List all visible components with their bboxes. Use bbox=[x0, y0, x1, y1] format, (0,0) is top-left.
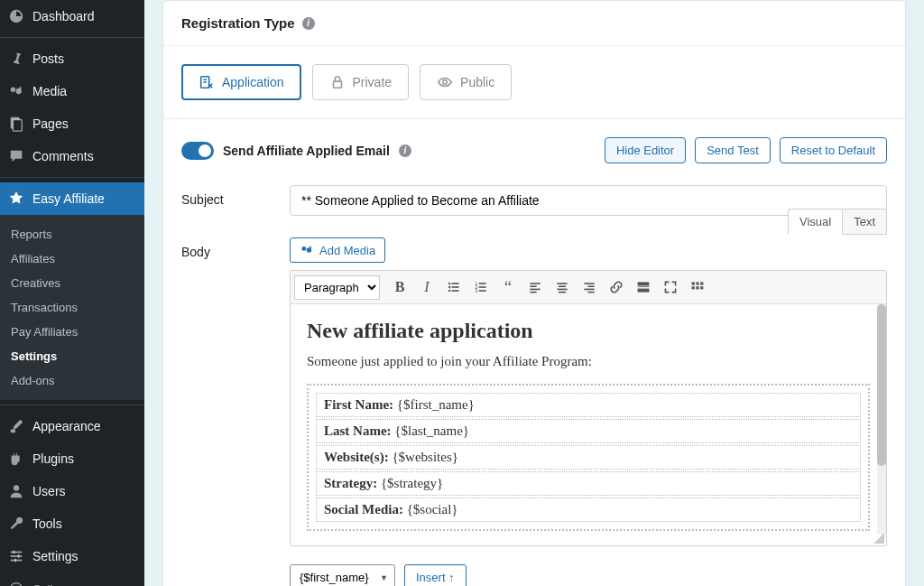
menu-comments[interactable]: Comments bbox=[0, 140, 144, 172]
subject-label: Subject bbox=[181, 185, 272, 207]
svg-rect-39 bbox=[587, 285, 594, 287]
menu-label: Tools bbox=[32, 516, 62, 531]
admin-sidebar: Dashboard Posts Media Pages Comments Eas… bbox=[0, 0, 144, 586]
svg-point-18 bbox=[448, 283, 450, 284]
hide-editor-button[interactable]: Hide Editor bbox=[605, 137, 686, 163]
menu-dashboard[interactable]: Dashboard bbox=[0, 0, 144, 33]
application-icon bbox=[199, 74, 215, 90]
bold-button[interactable]: B bbox=[387, 274, 412, 300]
svg-rect-32 bbox=[530, 289, 540, 291]
tab-visual[interactable]: Visual bbox=[788, 209, 842, 235]
menu-appearance[interactable]: Appearance bbox=[0, 410, 144, 442]
svg-rect-40 bbox=[584, 289, 594, 291]
menu-users[interactable]: Users bbox=[0, 475, 144, 507]
reset-default-button[interactable]: Reset to Default bbox=[780, 137, 887, 163]
pin-icon bbox=[7, 50, 25, 68]
reg-type-application[interactable]: Application bbox=[181, 64, 301, 100]
send-test-button[interactable]: Send Test bbox=[695, 137, 771, 163]
page-title: Registration Type bbox=[181, 15, 295, 31]
svg-point-1 bbox=[16, 88, 22, 94]
reg-type-public[interactable]: Public bbox=[420, 64, 512, 100]
send-email-toggle[interactable] bbox=[181, 142, 214, 160]
number-list-button[interactable]: 123 bbox=[468, 274, 494, 300]
align-center-button[interactable] bbox=[550, 274, 575, 300]
applicant-table: First Name: {$first_name} Last Name: {$l… bbox=[307, 384, 870, 531]
add-media-button[interactable]: Add Media bbox=[290, 237, 385, 263]
svg-rect-3 bbox=[13, 120, 22, 132]
editor-content[interactable]: New affiliate application Someone just a… bbox=[291, 304, 886, 545]
editor-scrollbar[interactable] bbox=[877, 304, 886, 535]
table-row: Last Name: {$last_name} bbox=[316, 419, 861, 443]
sub-pay-affiliates[interactable]: Pay Affiliates bbox=[0, 320, 144, 344]
menu-label: Users bbox=[32, 484, 66, 498]
collapse-menu[interactable]: Collapse menu bbox=[0, 572, 144, 586]
menu-posts[interactable]: Posts bbox=[0, 42, 144, 75]
reg-type-label: Private bbox=[353, 75, 393, 89]
svg-point-22 bbox=[448, 290, 450, 292]
menu-label: Posts bbox=[32, 51, 64, 66]
svg-rect-36 bbox=[557, 289, 567, 291]
svg-rect-10 bbox=[18, 554, 20, 558]
align-right-button[interactable] bbox=[577, 274, 602, 300]
svg-rect-27 bbox=[479, 286, 486, 288]
info-icon[interactable]: i bbox=[399, 144, 411, 157]
comment-icon bbox=[7, 147, 25, 165]
svg-point-5 bbox=[14, 485, 19, 490]
toolbar-toggle-button[interactable] bbox=[685, 274, 710, 300]
bullet-list-button[interactable] bbox=[441, 274, 467, 300]
svg-rect-30 bbox=[530, 283, 540, 284]
menu-label: Easy Affiliate bbox=[32, 191, 105, 206]
menu-label: Pages bbox=[32, 116, 69, 131]
menu-pages[interactable]: Pages bbox=[0, 107, 144, 140]
menu-tools[interactable]: Tools bbox=[0, 507, 144, 540]
brush-icon bbox=[7, 417, 25, 435]
insert-button[interactable]: Insert ↑ bbox=[404, 564, 467, 586]
format-select[interactable]: Paragraph bbox=[294, 275, 380, 300]
menu-easy-affiliate[interactable]: Easy Affiliate bbox=[0, 182, 144, 215]
user-icon bbox=[7, 482, 25, 500]
subject-row: Subject bbox=[181, 185, 887, 216]
email-intro: Someone just applied to join your Affili… bbox=[307, 354, 870, 369]
sub-affiliates[interactable]: Affiliates bbox=[0, 246, 144, 271]
blockquote-button[interactable]: “ bbox=[495, 274, 521, 300]
card-header: Registration Type i bbox=[163, 1, 905, 46]
sub-addons[interactable]: Add-ons bbox=[0, 368, 144, 393]
align-left-button[interactable] bbox=[522, 274, 548, 300]
tab-text[interactable]: Text bbox=[842, 209, 887, 235]
collapse-label: Collapse menu bbox=[32, 582, 111, 587]
svg-point-17 bbox=[307, 247, 312, 253]
italic-button[interactable]: I bbox=[414, 274, 439, 300]
menu-media[interactable]: Media bbox=[0, 75, 144, 107]
toggle-label: Send Affiliate Applied Email bbox=[223, 144, 390, 158]
reg-type-private[interactable]: Private bbox=[312, 64, 410, 100]
svg-point-20 bbox=[448, 286, 450, 288]
star-icon bbox=[7, 190, 25, 208]
link-button[interactable] bbox=[604, 274, 629, 300]
placeholder-select[interactable]: {$first_name} bbox=[290, 564, 395, 586]
info-icon[interactable]: i bbox=[302, 17, 315, 30]
editor-toolbar: Paragraph B I 123 “ bbox=[291, 271, 886, 304]
menu-plugins[interactable]: Plugins bbox=[0, 442, 144, 475]
fullscreen-button[interactable] bbox=[658, 274, 683, 300]
add-media-label: Add Media bbox=[319, 244, 375, 257]
menu-settings[interactable]: Settings bbox=[0, 540, 144, 572]
menu-label: Media bbox=[32, 84, 67, 98]
main-content: Registration Type i Application Private … bbox=[144, 0, 924, 586]
svg-rect-9 bbox=[13, 551, 14, 554]
svg-rect-42 bbox=[638, 282, 650, 285]
resize-handle[interactable] bbox=[873, 533, 884, 544]
table-row: Website(s): {$websites} bbox=[316, 445, 861, 470]
svg-rect-50 bbox=[700, 286, 703, 289]
sub-settings[interactable]: Settings bbox=[0, 344, 144, 368]
readmore-button[interactable] bbox=[631, 274, 656, 300]
menu-separator bbox=[0, 177, 144, 178]
menu-separator bbox=[0, 37, 144, 38]
lock-icon bbox=[329, 74, 346, 90]
menu-label: Appearance bbox=[32, 419, 101, 433]
svg-rect-23 bbox=[452, 290, 459, 292]
sub-creatives[interactable]: Creatives bbox=[0, 271, 144, 295]
sub-reports[interactable]: Reports bbox=[0, 222, 144, 246]
sub-transactions[interactable]: Transactions bbox=[0, 295, 144, 320]
svg-rect-4 bbox=[11, 430, 15, 433]
email-heading: New affiliate application bbox=[307, 319, 870, 343]
